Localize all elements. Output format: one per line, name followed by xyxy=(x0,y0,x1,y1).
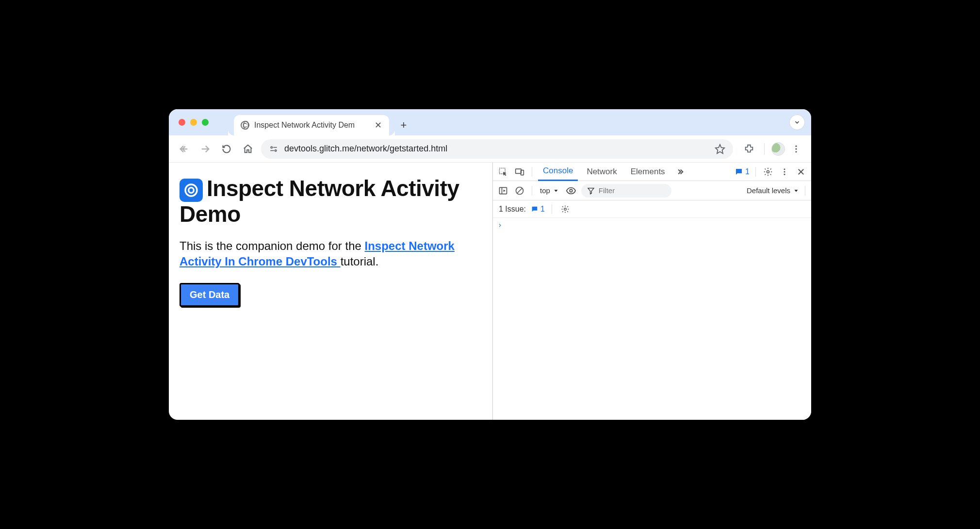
devtools-logo-icon xyxy=(180,179,203,202)
url-text: devtools.glitch.me/network/getstarted.ht… xyxy=(284,144,447,154)
more-tabs-button[interactable] xyxy=(674,165,686,178)
browser-window: Inspect Network Activity Dem ✕ + devtool… xyxy=(169,109,811,420)
devtools-settings-icon[interactable] xyxy=(762,165,774,178)
profile-avatar[interactable] xyxy=(771,142,785,156)
extensions-button[interactable] xyxy=(741,141,757,157)
svg-point-17 xyxy=(784,168,785,170)
svg-point-9 xyxy=(795,148,797,149)
device-toolbar-icon[interactable] xyxy=(513,165,526,178)
svg-marker-26 xyxy=(554,190,557,192)
devtools-menu-icon[interactable] xyxy=(778,165,791,178)
browser-tab[interactable]: Inspect Network Activity Dem ✕ xyxy=(234,115,389,135)
svg-marker-7 xyxy=(716,144,724,153)
svg-point-30 xyxy=(564,208,567,210)
elements-tab[interactable]: Elements xyxy=(626,163,670,181)
address-bar[interactable]: devtools.glitch.me/network/getstarted.ht… xyxy=(261,139,733,159)
svg-point-18 xyxy=(784,171,785,172)
console-filter[interactable] xyxy=(581,184,671,198)
window-controls xyxy=(179,119,209,126)
minimize-window-button[interactable] xyxy=(190,119,197,126)
paragraph-suffix: tutorial. xyxy=(341,255,379,268)
page-title-text: Inspect Network Activity Demo xyxy=(180,176,459,227)
reload-button[interactable] xyxy=(218,141,235,157)
inspect-element-icon[interactable] xyxy=(497,165,509,178)
devtools-tab-bar: Console Network Elements 1 xyxy=(493,163,811,181)
issues-bar-chip[interactable]: 1 xyxy=(531,205,545,214)
svg-point-19 xyxy=(784,173,785,175)
globe-icon xyxy=(241,121,249,130)
live-expression-icon[interactable] xyxy=(565,184,577,197)
log-levels-selector[interactable]: Default levels xyxy=(747,186,799,195)
console-body[interactable]: › xyxy=(493,218,811,420)
site-settings-icon[interactable] xyxy=(269,144,278,154)
svg-line-25 xyxy=(517,188,522,193)
page-title: Inspect Network Activity Demo xyxy=(180,176,482,227)
tab-title: Inspect Network Activity Dem xyxy=(254,121,369,130)
svg-point-27 xyxy=(570,189,572,192)
issues-label: 1 Issue: xyxy=(499,205,526,214)
get-data-button[interactable]: Get Data xyxy=(180,283,240,307)
browser-toolbar: devtools.glitch.me/network/getstarted.ht… xyxy=(169,135,811,163)
issues-chip[interactable]: 1 xyxy=(735,167,750,176)
svg-point-3 xyxy=(271,147,272,148)
issues-chip-count: 1 xyxy=(745,167,750,176)
tab-strip: Inspect Network Activity Dem ✕ + xyxy=(169,109,811,135)
home-button[interactable] xyxy=(240,141,256,157)
page-paragraph: This is the companion demo for the Inspe… xyxy=(180,238,482,270)
svg-point-10 xyxy=(795,151,797,152)
devtools-panel: Console Network Elements 1 xyxy=(493,163,811,420)
console-tab[interactable]: Console xyxy=(538,163,578,181)
console-sidebar-toggle-icon[interactable] xyxy=(497,184,509,197)
svg-rect-22 xyxy=(500,187,507,194)
new-tab-button[interactable]: + xyxy=(396,117,411,133)
forward-button[interactable] xyxy=(197,141,213,157)
context-label: top xyxy=(540,186,550,195)
console-settings-icon[interactable] xyxy=(559,203,572,215)
issues-bar-count: 1 xyxy=(540,205,545,214)
bookmark-star-icon[interactable] xyxy=(715,144,725,154)
levels-label: Default levels xyxy=(747,186,790,195)
svg-marker-28 xyxy=(588,188,594,194)
svg-rect-14 xyxy=(516,169,522,173)
filter-input[interactable] xyxy=(598,186,666,195)
close-window-button[interactable] xyxy=(179,119,185,126)
console-issues-bar: 1 Issue: 1 xyxy=(493,200,811,218)
svg-marker-29 xyxy=(795,190,798,192)
svg-point-8 xyxy=(795,145,797,147)
tab-search-button[interactable] xyxy=(790,115,804,130)
page-viewport: Inspect Network Activity Demo This is th… xyxy=(169,163,493,420)
svg-point-11 xyxy=(185,184,197,196)
close-tab-button[interactable]: ✕ xyxy=(374,120,382,131)
back-button[interactable] xyxy=(176,141,192,157)
execution-context-selector[interactable]: top xyxy=(538,184,561,198)
toolbar-divider xyxy=(764,143,765,155)
svg-point-16 xyxy=(767,170,769,173)
svg-point-12 xyxy=(189,188,194,193)
svg-point-5 xyxy=(275,149,277,151)
close-devtools-icon[interactable] xyxy=(795,165,807,178)
toolbar-right xyxy=(741,141,804,157)
clear-console-icon[interactable] xyxy=(513,184,526,197)
console-toolbar: top Default levels xyxy=(493,181,811,200)
console-prompt: › xyxy=(498,221,502,230)
paragraph-prefix: This is the companion demo for the xyxy=(180,239,365,252)
maximize-window-button[interactable] xyxy=(202,119,209,126)
chrome-menu-button[interactable] xyxy=(788,141,804,157)
network-tab[interactable]: Network xyxy=(582,163,621,181)
content-area: Inspect Network Activity Demo This is th… xyxy=(169,163,811,420)
